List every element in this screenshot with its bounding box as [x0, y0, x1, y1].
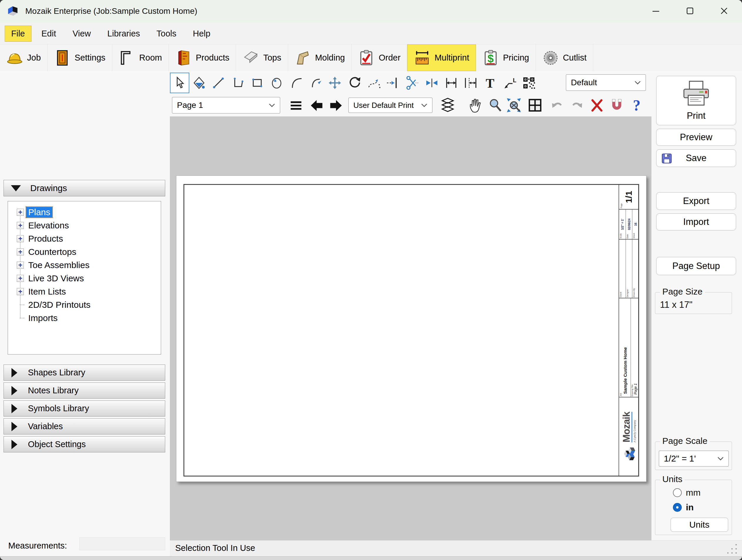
cutlist-button[interactable]: Cutlist: [536, 44, 593, 71]
page-select[interactable]: Page 1: [172, 97, 280, 113]
prev-page-button[interactable]: [308, 98, 325, 113]
panel-shapes-library[interactable]: Shapes Library: [4, 365, 165, 381]
zoom-extents-button[interactable]: [505, 97, 523, 113]
close-button[interactable]: [714, 2, 734, 20]
tree-item-live-3d-views[interactable]: + Live 3D Views: [17, 272, 86, 285]
menu-view[interactable]: View: [66, 25, 97, 42]
select-tool[interactable]: [170, 73, 189, 93]
spline-tool[interactable]: [364, 73, 383, 93]
join-tool[interactable]: [422, 73, 441, 93]
preview-button[interactable]: Preview: [656, 129, 736, 146]
resize-grip[interactable]: [736, 552, 737, 554]
panel-symbols-library[interactable]: Symbols Library: [4, 400, 165, 416]
printer-icon: [681, 80, 711, 108]
page-setup-button[interactable]: Page Setup: [656, 257, 736, 275]
expand-plus-icon[interactable]: +: [17, 262, 24, 269]
export-button[interactable]: Export: [656, 192, 736, 210]
drawings-panel-header[interactable]: Drawings: [4, 180, 165, 197]
settings-frame-icon: [54, 50, 70, 66]
move-tool[interactable]: [325, 73, 344, 93]
dimension-tool[interactable]: [441, 73, 461, 93]
fill-tool[interactable]: [189, 73, 209, 93]
tree-item-elevations[interactable]: + Elevations: [17, 219, 71, 232]
tree-item-products[interactable]: + Products: [17, 232, 65, 245]
menu-edit[interactable]: Edit: [35, 25, 63, 42]
expand-plus-icon[interactable]: +: [17, 288, 24, 295]
drawing-canvas[interactable]: 1/1 Page 1/2" = 1' Scale 02/06/24 Date: [170, 116, 651, 540]
expand-plus-icon[interactable]: +: [17, 275, 24, 282]
qr-code-tool[interactable]: [519, 73, 539, 93]
pages-menu-button[interactable]: [287, 98, 305, 113]
panel-object-settings[interactable]: Object Settings: [4, 436, 165, 452]
panel-variables[interactable]: Variables: [4, 418, 165, 435]
next-page-button[interactable]: [327, 98, 344, 113]
snap-toggle[interactable]: [608, 97, 626, 113]
polyline-tool[interactable]: [228, 73, 248, 93]
tree-item-countertops[interactable]: + Countertops: [17, 246, 78, 258]
measurements-input[interactable]: [80, 537, 165, 550]
dimension-chain-tool[interactable]: [461, 73, 480, 93]
room-button[interactable]: Room: [112, 44, 169, 71]
units-in-radio[interactable]: in: [673, 502, 694, 512]
layers-button[interactable]: [439, 97, 457, 113]
panel-notes-library[interactable]: Notes Library: [4, 383, 165, 399]
rotate-tool[interactable]: [344, 73, 364, 93]
menu-tools[interactable]: Tools: [150, 25, 183, 42]
cut-tool[interactable]: [403, 73, 422, 93]
units-mm-radio[interactable]: mm: [673, 488, 700, 498]
tops-button[interactable]: Tops: [236, 44, 288, 71]
menu-libraries[interactable]: Libraries: [101, 25, 146, 42]
zoom-window-button[interactable]: [526, 97, 544, 113]
ellipse-tool[interactable]: [267, 73, 286, 93]
help-button[interactable]: ?: [628, 97, 646, 113]
line-tool[interactable]: [209, 73, 228, 93]
save-button[interactable]: Save: [656, 149, 736, 167]
print-config-select[interactable]: User Default Print: [349, 98, 432, 113]
pricing-button[interactable]: $ Pricing: [476, 44, 536, 71]
tree-item-imports[interactable]: Imports: [17, 312, 60, 324]
products-button[interactable]: Products: [169, 44, 236, 71]
pan-tool[interactable]: [467, 97, 484, 113]
trim-extend-tool[interactable]: [383, 73, 403, 93]
tree-item-item-lists[interactable]: + Item Lists: [17, 285, 68, 298]
style-preset-select[interactable]: Default: [566, 74, 646, 91]
order-button[interactable]: Order: [352, 44, 407, 71]
document-page[interactable]: 1/1 Page 1/2" = 1' Scale 02/06/24 Date: [176, 175, 646, 482]
text-tool[interactable]: T: [480, 73, 500, 93]
tree-item-2d3d-printouts[interactable]: 2D/3D Printouts: [17, 299, 93, 311]
radio-unchecked-icon: [673, 488, 682, 497]
menu-help[interactable]: Help: [187, 25, 217, 42]
arc-point-tool[interactable]: [306, 73, 325, 93]
expand-plus-icon[interactable]: +: [17, 235, 24, 242]
page-scale-select[interactable]: 1/2" = 1': [659, 451, 729, 466]
tree-item-plans[interactable]: + Plans: [17, 206, 52, 218]
expand-plus-icon[interactable]: +: [17, 248, 24, 256]
app-window: Mozaik Enterprise (Job:Sample Custom Hom…: [0, 0, 742, 560]
expand-plus-icon[interactable]: +: [17, 222, 24, 229]
chevron-down-icon: [269, 103, 275, 107]
job-button[interactable]: Job: [0, 44, 48, 71]
maximize-button[interactable]: [680, 2, 700, 20]
settings-button[interactable]: Settings: [48, 44, 112, 71]
delete-button[interactable]: [588, 97, 605, 113]
menu-file[interactable]: File: [5, 25, 32, 42]
mozaik-cubes-icon: [621, 445, 637, 461]
import-button[interactable]: Import: [656, 213, 736, 230]
rectangle-tool[interactable]: [248, 73, 267, 93]
units-button[interactable]: Units: [671, 518, 728, 532]
undo-button[interactable]: [548, 97, 566, 113]
multiprint-button[interactable]: Multiprint: [407, 44, 476, 71]
redo-button[interactable]: [568, 97, 586, 113]
arc-tool[interactable]: [286, 73, 306, 93]
page-scale-label: Page Scale: [660, 436, 710, 446]
floppy-disk-icon: [661, 153, 672, 164]
expand-plus-icon[interactable]: +: [17, 209, 24, 216]
tree-item-toe-assemblies[interactable]: + Toe Assemblies: [17, 259, 92, 271]
minimize-button[interactable]: [646, 2, 666, 20]
print-button[interactable]: Print: [656, 76, 736, 125]
molding-button[interactable]: Molding: [288, 44, 352, 71]
leader-tool[interactable]: L: [500, 73, 519, 93]
chevron-down-icon: [717, 456, 724, 461]
zoom-tool[interactable]: [486, 97, 504, 113]
minimize-icon: [651, 6, 661, 16]
